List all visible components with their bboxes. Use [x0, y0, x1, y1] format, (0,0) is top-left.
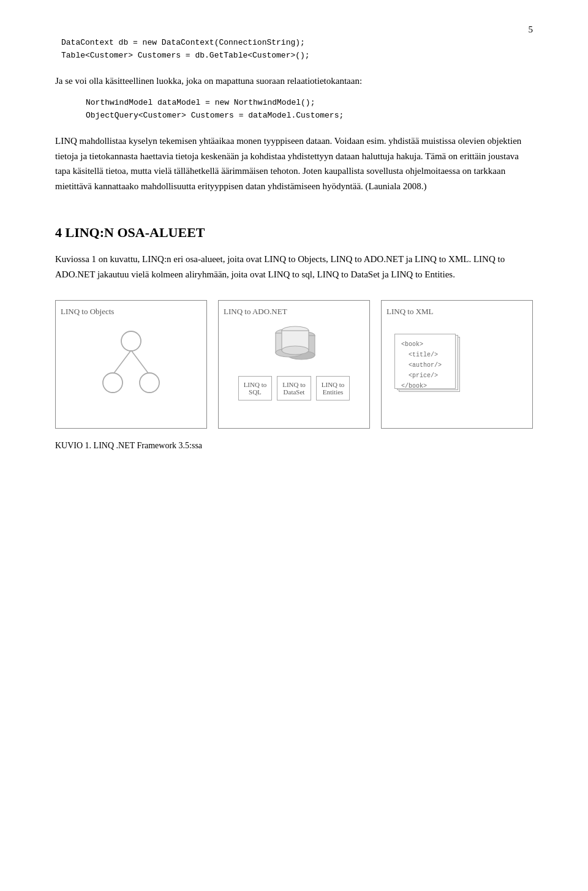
tree-svg — [94, 329, 168, 402]
code-line-3: NorthwindModel dataModel = new Northwind… — [86, 97, 533, 110]
figure-caption: KUVIO 1. LINQ .NET Framework 3.5:ssa — [55, 441, 533, 451]
diagram-container: LINQ to Objects LINQ to ADO.NET — [55, 300, 533, 429]
svg-line-1 — [131, 350, 149, 375]
tree-diagram — [61, 323, 202, 405]
box3-title: LINQ to XML — [386, 307, 527, 317]
xml-content: <book> <title/> <author/> <price/> </boo… — [401, 339, 449, 391]
page: 5 DataContext db = new DataContext(Conne… — [0, 0, 588, 891]
xml-diagram: <book> <title/> <author/> <price/> </boo… — [386, 323, 527, 394]
adonet-diagram: LINQ toSQL LINQ toDataSet LINQ toEntitie… — [224, 323, 364, 404]
paragraph-1: Ja se voi olla käsitteellinen luokka, jo… — [55, 73, 533, 89]
adonet-sub-boxes: LINQ toSQL LINQ toDataSet LINQ toEntitie… — [238, 376, 350, 400]
diagram-box-xml: LINQ to XML <book> <title/> <author/> <p… — [381, 300, 533, 429]
code-line-4: ObjectQuery<Customer> Customers = dataMo… — [86, 110, 533, 122]
code-block-2: NorthwindModel dataModel = new Northwind… — [80, 97, 533, 122]
paragraph-3: Kuviossa 1 on kuvattu, LINQ:n eri osa-al… — [55, 252, 533, 282]
box1-title: LINQ to Objects — [61, 307, 202, 317]
svg-point-3 — [103, 373, 123, 393]
svg-point-13 — [282, 346, 309, 355]
code-line-1: DataContext db = new DataContext(Connect… — [61, 37, 533, 50]
cylinders-svg — [257, 326, 331, 369]
svg-point-2 — [121, 331, 141, 351]
svg-point-4 — [140, 373, 159, 393]
page-number: 5 — [529, 24, 533, 35]
sub-box-dataset: LINQ toDataSet — [277, 376, 311, 400]
code-block-1: DataContext db = new DataContext(Connect… — [55, 37, 533, 62]
paragraph-2: LINQ mahdollistaa kyselyn tekemisen yhtä… — [55, 133, 533, 194]
box2-title: LINQ to ADO.NET — [224, 307, 364, 317]
code-line-2: Table<Customer> Customers = db.GetTable<… — [61, 50, 533, 62]
section-title: 4 LINQ:N OSA-ALUEET — [55, 225, 533, 241]
svg-line-0 — [113, 350, 131, 375]
diagram-box-adonet: LINQ to ADO.NET — [218, 300, 370, 429]
diagram-box-objects: LINQ to Objects — [55, 300, 207, 429]
sub-box-entities: LINQ toEntities — [316, 376, 350, 400]
sub-box-sql: LINQ toSQL — [238, 376, 273, 400]
